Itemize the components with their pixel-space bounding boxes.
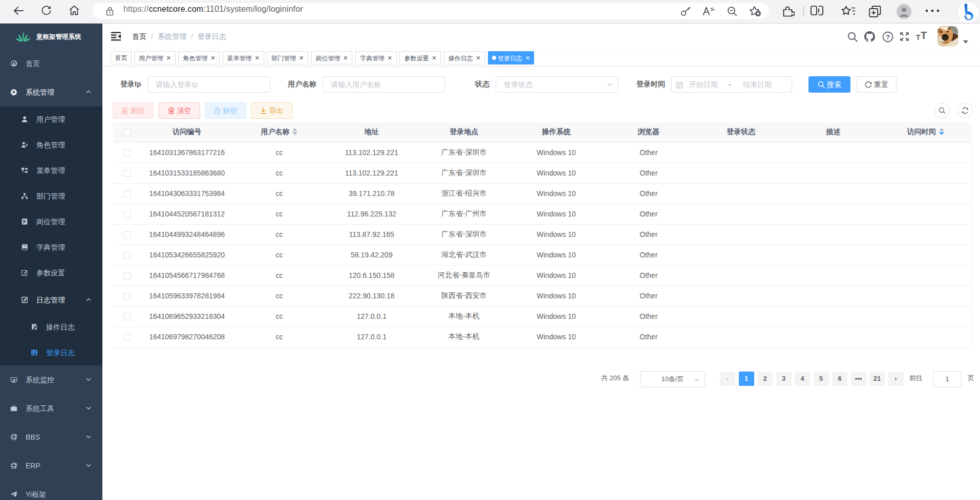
svg-text:?: ? [886,33,890,41]
